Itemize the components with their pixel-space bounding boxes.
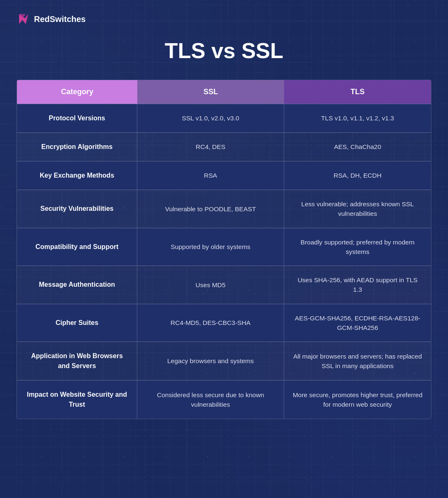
table-header: Category SSL TLS — [17, 80, 431, 104]
redswitches-logo-icon — [17, 12, 30, 26]
ssl-cell: SSL v1.0, v2.0, v3.0 — [137, 104, 284, 132]
table-body: Protocol VersionsSSL v1.0, v2.0, v3.0TLS… — [17, 104, 431, 419]
tls-cell: Less vulnerable; addresses known SSL vul… — [284, 190, 431, 228]
ssl-cell: Considered less secure due to known vuln… — [137, 381, 284, 419]
ssl-cell: RC4-MD5, DES-CBC3-SHA — [137, 304, 284, 342]
category-cell: Key Exchange Methods — [17, 161, 137, 190]
category-cell: Cipher Suites — [17, 304, 137, 342]
category-cell: Application in Web Browsers and Servers — [17, 342, 137, 380]
tls-cell: All major browsers and servers; has repl… — [284, 342, 431, 380]
category-cell: Message Authentication — [17, 266, 137, 304]
ssl-cell: Vulnerable to POODLE, BEAST — [137, 190, 284, 228]
category-cell: Encryption Algorithms — [17, 133, 137, 161]
table-row: Cipher SuitesRC4-MD5, DES-CBC3-SHAAES-GC… — [17, 304, 431, 342]
comparison-table: Category SSL TLS Protocol VersionsSSL v1… — [17, 80, 431, 419]
logo-text: RedSwitches — [34, 15, 85, 24]
page-title: TLS vs SSL — [165, 38, 283, 63]
ssl-cell: Supported by older systems — [137, 228, 284, 266]
ssl-cell: RC4, DES — [137, 133, 284, 161]
tls-cell: More secure, promotes higher trust, pref… — [284, 381, 431, 419]
category-cell: Impact on Website Security and Trust — [17, 381, 137, 419]
category-cell: Compatibility and Support — [17, 228, 137, 266]
tls-cell: AES, ChaCha20 — [284, 133, 431, 161]
ssl-cell: Legacy browsers and systems — [137, 342, 284, 380]
header-ssl: SSL — [137, 80, 284, 104]
table-row: Key Exchange MethodsRSARSA, DH, ECDH — [17, 161, 431, 190]
table-row: Impact on Website Security and TrustCons… — [17, 380, 431, 419]
header-tls: TLS — [284, 80, 431, 104]
logo-area: RedSwitches — [17, 12, 431, 26]
table-row: Protocol VersionsSSL v1.0, v2.0, v3.0TLS… — [17, 104, 431, 132]
ssl-cell: RSA — [137, 161, 284, 190]
tls-cell: RSA, DH, ECDH — [284, 161, 431, 190]
table-row: Security VulnerabilitiesVulnerable to PO… — [17, 190, 431, 228]
category-cell: Security Vulnerabilities — [17, 190, 137, 228]
table-row: Encryption AlgorithmsRC4, DESAES, ChaCha… — [17, 132, 431, 161]
table-row: Message AuthenticationUses MD5Uses SHA-2… — [17, 266, 431, 304]
ssl-cell: Uses MD5 — [137, 266, 284, 304]
tls-cell: Broadly supported; preferred by modern s… — [284, 228, 431, 266]
table-row: Application in Web Browsers and ServersL… — [17, 342, 431, 380]
header-category: Category — [17, 80, 137, 104]
category-cell: Protocol Versions — [17, 104, 137, 132]
tls-cell: AES-GCM-SHA256, ECDHE-RSA-AES128-GCM-SHA… — [284, 304, 431, 342]
table-row: Compatibility and SupportSupported by ol… — [17, 228, 431, 266]
tls-cell: TLS v1.0, v1.1, v1.2, v1.3 — [284, 104, 431, 132]
tls-cell: Uses SHA-256, with AEAD support in TLS 1… — [284, 266, 431, 304]
